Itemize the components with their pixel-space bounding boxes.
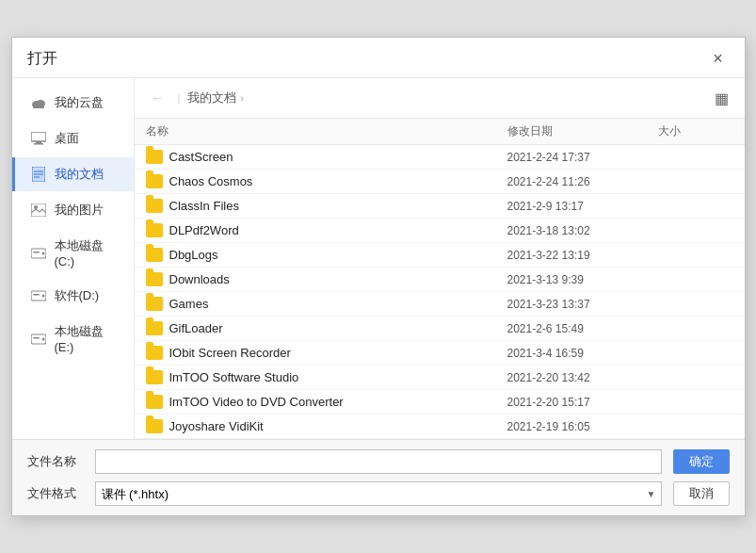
filename-input[interactable] xyxy=(95,449,662,474)
file-name: ClassIn Files xyxy=(169,199,239,213)
file-date: 2021-2-24 11:26 xyxy=(507,175,658,188)
table-row[interactable]: CastScreen2021-2-24 17:37 xyxy=(135,145,745,170)
drive-c-icon xyxy=(30,245,47,262)
cancel-button[interactable]: 取消 xyxy=(673,481,730,506)
sidebar-item-pictures[interactable]: 我的图片 xyxy=(12,193,134,227)
format-select-wrapper: 课件 (*.hhtx) ▼ xyxy=(95,481,662,506)
format-select[interactable]: 课件 (*.hhtx) xyxy=(95,481,662,506)
format-row: 文件格式 课件 (*.hhtx) ▼ 取消 xyxy=(27,481,730,506)
file-date: 2021-2-6 15:49 xyxy=(507,322,658,335)
table-row[interactable]: DLPdf2Word2021-3-18 13:02 xyxy=(135,219,745,243)
file-date: 2021-3-4 16:59 xyxy=(507,347,658,360)
file-name: Downloads xyxy=(169,272,230,286)
svg-rect-5 xyxy=(36,141,41,143)
breadcrumb-separator: › xyxy=(240,92,244,104)
drive-e-icon xyxy=(30,331,47,348)
table-row[interactable]: Games2021-3-23 13:37 xyxy=(135,292,745,317)
file-date: 2021-2-20 13:42 xyxy=(507,371,658,384)
folder-icon xyxy=(146,321,163,335)
format-label: 文件格式 xyxy=(27,485,84,502)
view-toggle[interactable]: ▦ xyxy=(710,89,733,107)
file-name: CastScreen xyxy=(169,150,233,164)
sidebar-label-cloud: 我的云盘 xyxy=(55,94,104,111)
svg-rect-16 xyxy=(33,252,40,253)
file-name: GifLoader xyxy=(169,321,223,335)
content-area: ← | 我的文档 › ▦ 名称 修改日期 大小 CastScreen2021 xyxy=(135,78,745,439)
confirm-button[interactable]: 确定 xyxy=(673,449,730,474)
folder-icon xyxy=(146,248,163,262)
file-list: 名称 修改日期 大小 CastScreen2021-2-24 17:37Chao… xyxy=(135,119,745,439)
document-icon xyxy=(30,166,47,183)
table-row[interactable]: ImTOO Software Studio2021-2-20 13:42 xyxy=(135,366,745,390)
header-name[interactable]: 名称 xyxy=(146,123,507,139)
svg-point-18 xyxy=(41,295,44,298)
file-date: 2021-3-22 13:19 xyxy=(507,249,658,262)
sidebar-item-desktop[interactable]: 桌面 xyxy=(12,122,134,155)
main-area: 我的云盘 桌面 xyxy=(12,78,745,439)
content-toolbar: ← | 我的文档 › ▦ xyxy=(135,78,745,119)
file-name: Chaos Cosmos xyxy=(169,174,253,188)
file-date: 2021-2-19 16:05 xyxy=(507,420,658,433)
table-row[interactable]: Joyoshare VidiKit2021-2-19 16:05 xyxy=(135,415,745,439)
file-name: ImTOO Video to DVD Converter xyxy=(169,395,344,409)
folder-icon xyxy=(146,419,163,433)
filename-label: 文件名称 xyxy=(27,453,84,470)
folder-icon xyxy=(146,346,163,360)
folder-icon xyxy=(146,272,163,286)
file-rows-container: CastScreen2021-2-24 17:37Chaos Cosmos202… xyxy=(135,145,745,439)
dialog-title: 打开 xyxy=(27,49,57,69)
title-bar: 打开 × xyxy=(12,38,745,78)
breadcrumb-documents[interactable]: 我的文档 xyxy=(187,89,236,106)
sidebar-label-drive-d: 软件(D:) xyxy=(55,287,100,304)
file-name: Joyoshare VidiKit xyxy=(169,419,264,433)
sidebar: 我的云盘 桌面 xyxy=(12,78,135,439)
sidebar-item-drive-e[interactable]: 本地磁盘(E:) xyxy=(12,315,134,363)
table-row[interactable]: ClassIn Files2021-2-9 13:17 xyxy=(135,194,745,219)
table-row[interactable]: IObit Screen Recorder2021-3-4 16:59 xyxy=(135,341,745,366)
sidebar-label-drive-c: 本地磁盘(C:) xyxy=(55,237,119,268)
table-row[interactable]: ImTOO Video to DVD Converter2021-2-20 15… xyxy=(135,390,745,415)
svg-rect-19 xyxy=(33,294,40,296)
header-size[interactable]: 大小 xyxy=(658,123,733,139)
sidebar-label-drive-e: 本地磁盘(E:) xyxy=(55,323,119,354)
svg-rect-6 xyxy=(34,143,43,145)
header-date[interactable]: 修改日期 xyxy=(507,123,658,139)
table-row[interactable]: GifLoader2021-2-6 15:49 xyxy=(135,317,745,341)
file-name: DLPdf2Word xyxy=(169,223,239,237)
filename-row: 文件名称 确定 xyxy=(27,449,730,474)
folder-icon xyxy=(146,370,163,384)
file-date: 2021-3-18 13:02 xyxy=(507,224,658,237)
table-row[interactable]: DbgLogs2021-3-22 13:19 xyxy=(135,243,745,268)
file-date: 2021-2-9 13:17 xyxy=(507,200,658,213)
table-row[interactable]: Chaos Cosmos2021-2-24 11:26 xyxy=(135,170,745,194)
table-row[interactable]: Downloads2021-3-13 9:39 xyxy=(135,268,745,292)
file-name: DbgLogs xyxy=(169,248,218,262)
back-button[interactable]: ← xyxy=(146,86,170,110)
svg-rect-4 xyxy=(31,132,46,141)
sidebar-item-cloud[interactable]: 我的云盘 xyxy=(12,86,134,120)
bottom-area: 文件名称 确定 文件格式 课件 (*.hhtx) ▼ 取消 xyxy=(12,439,745,515)
file-name: ImTOO Software Studio xyxy=(169,370,299,384)
sidebar-label-pictures: 我的图片 xyxy=(55,202,104,219)
file-date: 2021-2-20 15:17 xyxy=(507,396,658,409)
svg-point-15 xyxy=(41,252,44,254)
sidebar-item-drive-c[interactable]: 本地磁盘(C:) xyxy=(12,229,134,277)
folder-icon xyxy=(146,395,163,409)
open-dialog: 打开 × 我的云盘 xyxy=(11,37,746,516)
folder-icon xyxy=(146,297,163,311)
file-list-header: 名称 修改日期 大小 xyxy=(135,119,745,145)
picture-icon xyxy=(30,202,47,219)
sidebar-item-drive-d[interactable]: 软件(D:) xyxy=(12,279,134,313)
folder-icon xyxy=(146,150,163,164)
folder-icon xyxy=(146,199,163,213)
breadcrumb: 我的文档 › xyxy=(187,89,244,106)
cloud-icon xyxy=(30,94,47,111)
file-date: 2021-2-24 17:37 xyxy=(507,151,658,164)
sidebar-item-documents[interactable]: 我的文档 xyxy=(12,157,134,191)
drive-d-icon xyxy=(30,287,47,304)
svg-rect-3 xyxy=(33,104,44,108)
close-button[interactable]: × xyxy=(707,47,730,70)
sidebar-label-documents: 我的文档 xyxy=(55,166,104,183)
grid-view-icon[interactable]: ▦ xyxy=(710,88,733,109)
file-date: 2021-3-13 9:39 xyxy=(507,273,658,286)
